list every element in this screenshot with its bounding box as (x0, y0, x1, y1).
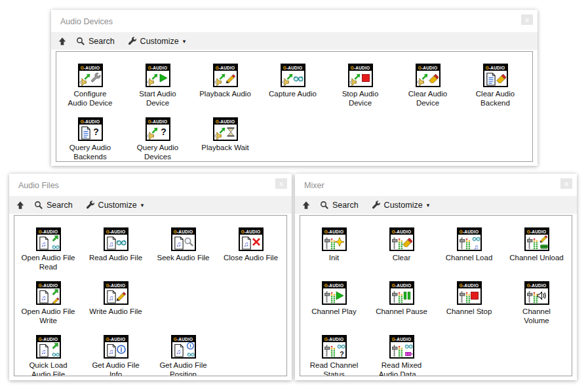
search-button[interactable]: Search (320, 201, 359, 210)
palette-item-configure-audio-device[interactable]: G-AUDIOConfigure Audio Device (56, 64, 124, 117)
palette-item-label: Quick Load Audio File (29, 361, 67, 376)
open-audio-file-read-icon: G-AUDIO♫ (36, 227, 61, 251)
palette-item-open-audio-file-write[interactable]: G-AUDIO♫Open Audio File Write (14, 281, 82, 335)
svg-text:♫: ♫ (108, 294, 113, 302)
palette-item-clear[interactable]: G-AUDIOClear (368, 227, 435, 281)
fader-glyph (526, 236, 538, 250)
eraser-glyph (496, 73, 506, 83)
read-audio-file-icon: G-AUDIO♫ (104, 227, 128, 251)
palette-item-label: Write Audio File (89, 307, 142, 316)
svg-text:♫: ♫ (41, 348, 46, 355)
palette-content: G-AUDIO♫Open Audio File ReadG-AUDIO♫Read… (14, 215, 287, 376)
query-audio-backends-icon: G-AUDIO? (78, 117, 103, 141)
palette-item-playback-wait[interactable]: G-AUDIOPlayback Wait (191, 117, 259, 162)
palette-row: G-AUDIO♫Quick Load Audio FileG-AUDIO♫iGe… (14, 335, 286, 376)
fader-glyph (323, 343, 336, 357)
palette-row: G-AUDIO♫Open Audio File WriteG-AUDIO♫Wri… (14, 281, 286, 335)
pause-glyph (402, 290, 412, 301)
glasses-glyph (187, 350, 195, 358)
palette-item-write-audio-file[interactable]: G-AUDIO♫Write Audio File (82, 281, 149, 335)
g-audio-banner: G-AUDIO (240, 229, 262, 235)
title-bar[interactable]: Audio Files x (9, 174, 292, 196)
glasses-glyph (472, 234, 480, 243)
up-button[interactable] (16, 201, 25, 210)
palette-item-label: Start Audio Device (139, 89, 176, 108)
palette-item-get-audio-file-info[interactable]: G-AUDIO♫iGet Audio File Info (82, 335, 149, 376)
up-button[interactable] (58, 37, 67, 46)
palette-item-label: Read Audio File (89, 253, 142, 262)
close-audio-file-icon: G-AUDIO♫ (239, 227, 264, 251)
capture-audio-icon: G-AUDIO (281, 64, 305, 87)
close-button[interactable]: x (275, 178, 287, 189)
glasses-glyph (293, 73, 304, 83)
question-glyph: ? (158, 127, 168, 137)
palette-item-channel-play[interactable]: G-AUDIOChannel Play (300, 281, 368, 335)
fader-glyph (458, 236, 471, 250)
palette-item-read-audio-file[interactable]: G-AUDIO♫Read Audio File (82, 227, 149, 281)
palette-row: G-AUDIO?Read Channel StatusG-AUDIORead M… (300, 335, 572, 376)
g-audio-banner: G-AUDIO (417, 65, 439, 71)
palette-item-channel-pause[interactable]: G-AUDIOChannel Pause (368, 281, 435, 335)
palette-item-playback-audio[interactable]: G-AUDIOPlayback Audio (191, 64, 259, 117)
channel-unload-icon: G-AUDIO (524, 227, 549, 251)
g-audio-banner: G-AUDIO (79, 65, 102, 71)
palette-item-channel-unload[interactable]: G-AUDIOChannel Unload (503, 227, 570, 281)
search-button[interactable]: Search (34, 201, 73, 210)
palette-item-close-audio-file[interactable]: G-AUDIO♫Close Audio File (217, 227, 284, 281)
palette-item-stop-audio-device[interactable]: G-AUDIOStop Audio Device (326, 64, 394, 117)
palette-item-seek-audio-file[interactable]: G-AUDIO♫Seek Audio File (149, 227, 217, 281)
palette-item-start-audio-device[interactable]: G-AUDIOStart Audio Device (124, 64, 191, 117)
g-audio-banner: G-AUDIO (458, 283, 480, 288)
title-bar[interactable]: Audio Devices x (51, 10, 538, 32)
palette-item-init[interactable]: G-AUDIOInit (300, 227, 368, 281)
palette-item-channel-stop[interactable]: G-AUDIOChannel Stop (435, 281, 503, 335)
close-button[interactable]: x (560, 178, 572, 189)
caret-down-icon: ▾ (183, 38, 186, 45)
palette-item-quick-load-audio-file[interactable]: G-AUDIO♫Quick Load Audio File (14, 335, 82, 376)
palette-item-channel-volume[interactable]: G-AUDIOChannel Volume (503, 281, 570, 335)
title-bar[interactable]: Mixer x (295, 174, 577, 196)
palette-item-get-audio-file-position[interactable]: G-AUDIO♫iGet Audio File Position (149, 335, 217, 376)
volume-glyph (537, 290, 547, 301)
palette-row: G-AUDIOConfigure Audio DeviceG-AUDIOStar… (56, 64, 532, 117)
eraser-glyph (402, 237, 412, 247)
g-audio-banner: G-AUDIO (323, 283, 345, 288)
palette-item-capture-audio[interactable]: G-AUDIOCapture Audio (259, 64, 326, 117)
clear-audio-device-icon: G-AUDIO (416, 64, 441, 87)
info-glyph: i (186, 342, 195, 350)
customize-button[interactable]: Customize▾ (128, 37, 186, 46)
palette-item-read-mixed-audio-data[interactable]: G-AUDIORead Mixed Audio Data ... (368, 335, 435, 376)
palette-item-label: Channel Pause (376, 307, 427, 316)
palette-item-query-audio-devices[interactable]: G-AUDIO?Query Audio Devices (124, 117, 191, 162)
stop-glyph (361, 73, 371, 83)
palette-item-channel-load[interactable]: G-AUDIO♫Channel Load (435, 227, 503, 281)
palette-item-label: Close Audio File (224, 253, 278, 262)
customize-button[interactable]: Customize▾ (86, 201, 144, 210)
palette-item-clear-audio-backend[interactable]: G-AUDIOClear Audio Backend (461, 64, 529, 117)
customize-button[interactable]: Customize▾ (372, 201, 430, 210)
g-audio-banner: G-AUDIO (391, 229, 413, 235)
palette-row: G-AUDIOInitG-AUDIOClearG-AUDIO♫Channel L… (300, 227, 572, 281)
play-glyph (334, 290, 345, 301)
channel-volume-icon: G-AUDIO (524, 281, 549, 305)
palette-toolbar: Search Customize▾ (9, 196, 292, 214)
palette-item-clear-audio-device[interactable]: G-AUDIOClear Audio Device (394, 64, 461, 117)
palette-item-open-audio-file-read[interactable]: G-AUDIO♫Open Audio File Read (14, 227, 82, 281)
palette-item-label: Init (329, 253, 339, 262)
pencil-glyph (539, 234, 548, 243)
svg-text:♫: ♫ (473, 243, 478, 250)
close-button[interactable]: x (521, 14, 533, 25)
palette-item-label: Get Audio File Position (159, 361, 206, 376)
svg-text:♫: ♫ (41, 241, 46, 248)
channel-load-icon: G-AUDIO♫ (457, 227, 482, 251)
palette-item-read-channel-status[interactable]: G-AUDIO?Read Channel Status (300, 335, 368, 376)
clear-audio-backend-icon: G-AUDIO (483, 64, 508, 87)
playback-wait-icon: G-AUDIO (213, 117, 238, 141)
palette-item-label: Read Channel Status (310, 361, 359, 376)
g-audio-banner: G-AUDIO (391, 283, 413, 288)
up-button[interactable] (302, 201, 311, 210)
search-label: Search (332, 201, 359, 210)
palette-item-query-audio-backends[interactable]: G-AUDIO?Query Audio Backends (56, 117, 124, 162)
question-glyph: ? (338, 350, 345, 358)
search-button[interactable]: Search (76, 37, 115, 46)
